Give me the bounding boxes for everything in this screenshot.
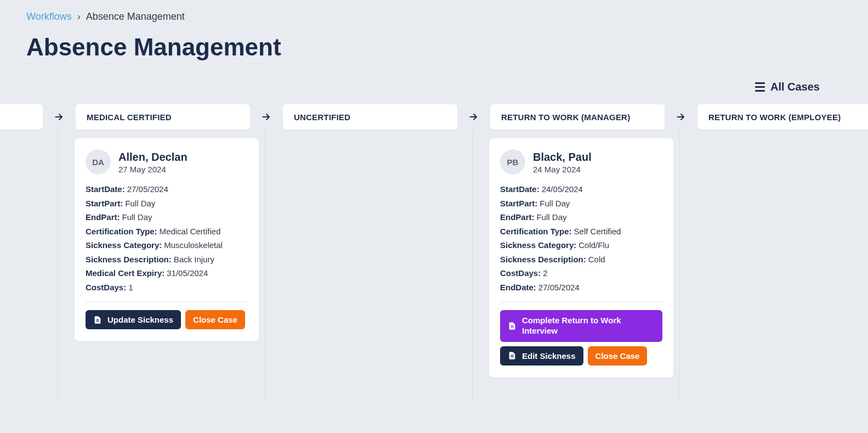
all-cases-toggle[interactable]: All Cases	[755, 81, 820, 93]
case-fields: StartDate:27/05/2024 StartPart:Full Day …	[86, 182, 248, 294]
chevron-right-icon: ›	[77, 11, 81, 23]
document-icon	[508, 322, 517, 330]
arrow-right-icon	[665, 111, 697, 122]
case-date: 27 May 2024	[118, 165, 188, 174]
breadcrumb: Workflows › Absence Management	[26, 11, 842, 23]
column-header-uncertified[interactable]: UNCERTIFIED	[283, 104, 457, 130]
case-name: Black, Paul	[533, 150, 592, 164]
case-name: Allen, Declan	[118, 150, 188, 164]
close-case-button[interactable]: Close Case	[185, 310, 245, 329]
breadcrumb-current: Absence Management	[86, 11, 185, 23]
case-fields: StartDate:24/05/2024 StartPart:Full Day …	[500, 182, 662, 294]
page-title: Absence Management	[26, 33, 842, 61]
complete-rtw-interview-button[interactable]: Complete Return to Work Interview	[500, 310, 662, 342]
arrow-right-icon	[250, 111, 283, 122]
case-card-black[interactable]: PB Black, Paul 24 May 2024 StartDate:24/…	[489, 138, 673, 378]
document-icon	[508, 351, 517, 360]
case-date: 24 May 2024	[533, 165, 592, 174]
document-icon	[93, 316, 102, 324]
column-partial-left	[0, 104, 43, 130]
breadcrumb-root-link[interactable]: Workflows	[26, 11, 72, 23]
column-header-rtw-employee[interactable]: RETURN TO WORK (EMPLOYEE)	[697, 104, 868, 130]
column-header-medical-certified[interactable]: MEDICAL CERTIFIED	[76, 104, 250, 130]
edit-sickness-button[interactable]: Edit Sickness	[500, 346, 583, 365]
case-card-allen[interactable]: DA Allen, Declan 27 May 2024 StartDate:2…	[75, 138, 259, 341]
avatar: PB	[500, 149, 525, 175]
close-case-button[interactable]: Close Case	[588, 346, 648, 365]
all-cases-label: All Cases	[770, 81, 820, 93]
arrow-right-icon	[43, 111, 76, 122]
arrow-right-icon	[457, 111, 490, 122]
update-sickness-button[interactable]: Update Sickness	[86, 310, 181, 329]
avatar: DA	[86, 149, 111, 175]
list-icon	[755, 82, 765, 92]
column-header-rtw-manager[interactable]: RETURN TO WORK (MANAGER)	[490, 104, 665, 130]
